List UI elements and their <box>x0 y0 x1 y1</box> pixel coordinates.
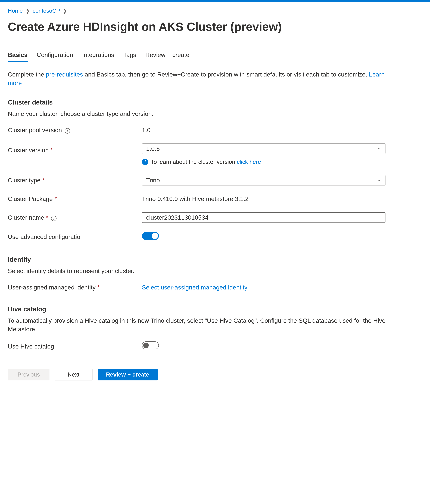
info-icon[interactable]: i <box>51 216 57 221</box>
cluster-type-select[interactable]: Trino <box>142 175 386 185</box>
use-hive-label: Use Hive catalog <box>8 342 142 351</box>
advanced-config-toggle[interactable] <box>142 232 159 240</box>
use-hive-toggle[interactable] <box>142 341 159 350</box>
top-accent-bar <box>0 0 430 1</box>
breadcrumb-home[interactable]: Home <box>8 8 23 14</box>
next-button[interactable]: Next <box>55 369 92 380</box>
chevron-right-icon: ❯ <box>63 8 67 14</box>
page-title: Create Azure HDInsight on AKS Cluster (p… <box>8 18 282 35</box>
cluster-package-label: Cluster Package * <box>8 195 142 203</box>
tab-basics[interactable]: Basics <box>8 51 28 62</box>
tab-configuration[interactable]: Configuration <box>37 51 73 62</box>
cluster-details-desc: Name your cluster, choose a cluster type… <box>8 109 422 118</box>
review-create-button[interactable]: Review + create <box>98 369 158 380</box>
cluster-version-link[interactable]: click here <box>237 159 261 165</box>
tab-integrations[interactable]: Integrations <box>82 51 114 62</box>
breadcrumb-parent[interactable]: contosoCP <box>33 8 60 14</box>
hive-desc: To automatically provision a Hive catalo… <box>8 316 398 333</box>
cluster-package-value: Trino 0.410.0 with Hive metastore 3.1.2 <box>142 195 249 202</box>
chevron-down-icon <box>377 178 381 182</box>
cluster-type-label: Cluster type * <box>8 176 142 185</box>
info-icon[interactable]: i <box>65 128 70 134</box>
cluster-version-info: i To learn about the cluster version cli… <box>142 158 386 166</box>
uami-label: User-assigned managed identity * <box>8 283 142 292</box>
tabs: Basics Configuration Integrations Tags R… <box>8 51 422 62</box>
prerequisites-link[interactable]: pre-requisites <box>46 71 83 78</box>
cluster-version-select[interactable]: 1.0.6 <box>142 144 386 154</box>
advanced-config-label: Use advanced configuration <box>8 233 142 241</box>
footer: Previous Next Review + create <box>0 362 430 387</box>
cluster-name-input[interactable]: cluster2023113010534 <box>142 212 386 223</box>
breadcrumb: Home ❯ contosoCP ❯ <box>8 7 422 15</box>
chevron-right-icon: ❯ <box>26 8 30 14</box>
cluster-version-label: Cluster version * <box>8 144 142 154</box>
identity-desc: Select identity details to represent you… <box>8 267 422 275</box>
cluster-details-title: Cluster details <box>8 98 422 107</box>
hive-title: Hive catalog <box>8 305 422 314</box>
more-icon[interactable]: ··· <box>287 23 293 31</box>
cluster-name-label: Cluster name * i <box>8 213 142 222</box>
tab-review-create[interactable]: Review + create <box>145 51 189 62</box>
info-filled-icon: i <box>142 159 148 165</box>
previous-button: Previous <box>8 369 50 380</box>
intro-text: Complete the pre-requisites and Basics t… <box>8 70 398 87</box>
identity-title: Identity <box>8 255 422 264</box>
cluster-pool-version-value: 1.0 <box>142 126 150 134</box>
tab-tags[interactable]: Tags <box>123 51 136 62</box>
uami-select-link[interactable]: Select user-assigned managed identity <box>142 284 247 291</box>
cluster-pool-version-label: Cluster pool version i <box>8 126 142 134</box>
chevron-down-icon <box>377 146 381 151</box>
